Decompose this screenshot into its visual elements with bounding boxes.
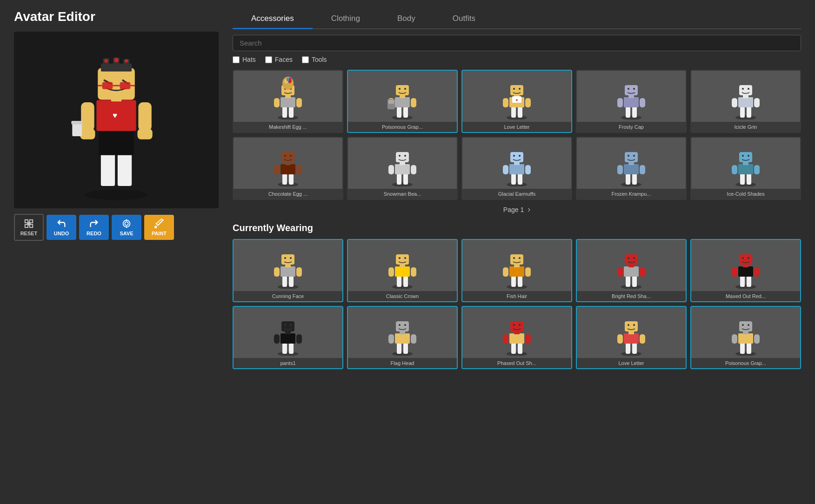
reset-button[interactable]: RESET	[14, 214, 44, 241]
svg-point-114	[399, 155, 401, 157]
svg-rect-199	[281, 333, 295, 344]
svg-point-245	[748, 324, 749, 326]
tab-body[interactable]: Body	[379, 9, 434, 29]
svg-point-64	[507, 115, 527, 119]
svg-point-214	[399, 324, 401, 326]
svg-rect-127	[626, 173, 630, 185]
wearing-item[interactable]: Cunning Face	[233, 239, 343, 302]
wearing-item[interactable]: Love Letter	[576, 306, 687, 369]
item-label: Glacial Earmuffs	[462, 189, 571, 199]
svg-rect-219	[509, 333, 524, 344]
svg-rect-167	[511, 276, 516, 287]
wearing-item[interactable]: Maxed Out Red...	[690, 239, 801, 302]
filter-hats-checkbox[interactable]	[233, 56, 240, 63]
svg-rect-218	[518, 343, 522, 354]
svg-rect-40	[289, 106, 294, 118]
search-input[interactable]	[233, 35, 801, 51]
accessory-item[interactable]: Icicle Grin	[690, 70, 801, 133]
accessory-item[interactable]: Snowman Bea...	[347, 137, 458, 200]
wearing-item[interactable]: Poisonous Grap...	[690, 306, 801, 369]
item-label: Love Letter	[462, 122, 571, 132]
svg-point-136	[735, 182, 756, 186]
svg-point-135	[633, 155, 635, 157]
item-label: Maxed Out Red...	[691, 291, 800, 301]
svg-rect-238	[747, 343, 751, 354]
svg-rect-237	[740, 343, 745, 354]
svg-point-38	[278, 115, 298, 119]
svg-rect-121	[525, 165, 531, 174]
undo-button[interactable]: UNDO	[47, 215, 76, 240]
pagination-next[interactable]: ›	[528, 205, 530, 214]
svg-rect-41	[281, 97, 295, 107]
svg-rect-188	[747, 276, 751, 287]
item-label: Frozen Krampu...	[577, 189, 686, 199]
svg-rect-137	[740, 173, 745, 185]
svg-rect-89	[738, 97, 753, 107]
svg-rect-100	[274, 165, 280, 174]
item-label: Poisonous Grap...	[348, 122, 457, 132]
save-button[interactable]: SAVE	[112, 215, 141, 240]
svg-rect-180	[617, 267, 623, 277]
wearing-item[interactable]: pants1	[233, 306, 343, 369]
accessory-item[interactable]: Chocolate Egg ...	[233, 137, 343, 200]
svg-rect-108	[403, 173, 408, 185]
svg-rect-77	[626, 106, 630, 118]
svg-rect-119	[509, 164, 524, 174]
svg-point-21	[114, 58, 118, 62]
svg-rect-171	[525, 267, 531, 277]
accessory-item[interactable]: Makeshift Egg ...	[233, 70, 343, 133]
svg-rect-220	[503, 334, 508, 344]
filter-tools-checkbox[interactable]	[302, 56, 309, 63]
svg-rect-69	[525, 98, 531, 107]
svg-rect-80	[617, 98, 623, 107]
wearing-item[interactable]: Fish Hair	[461, 239, 572, 302]
filter-hats[interactable]: Hats	[233, 56, 256, 63]
item-label: Icicle Grin	[691, 122, 800, 132]
svg-rect-221	[525, 334, 531, 344]
svg-point-206	[392, 351, 413, 356]
svg-point-96	[278, 182, 298, 186]
svg-point-0	[86, 190, 147, 200]
accessory-item[interactable]: Frosty Cap	[576, 70, 687, 133]
tab-outfits[interactable]: Outfits	[434, 9, 494, 29]
svg-rect-149	[281, 266, 295, 277]
accessory-item[interactable]: Ice-Cold Shades	[690, 137, 801, 200]
paint-button[interactable]: PAINT	[144, 215, 174, 240]
filter-faces[interactable]: Faces	[265, 56, 293, 63]
svg-text:♥: ♥	[113, 111, 117, 120]
accessory-item[interactable]: Glacial Earmuffs	[461, 137, 572, 200]
accessory-item[interactable]: Poisonous Grap...	[347, 70, 458, 133]
toolbar: RESET UNDO REDO	[14, 214, 219, 241]
svg-rect-181	[640, 267, 645, 277]
filter-tools[interactable]: Tools	[302, 56, 327, 63]
accessory-item[interactable]: ♥Love Letter	[461, 70, 572, 133]
item-label: Bright Red Sha...	[577, 291, 686, 301]
svg-rect-68	[503, 98, 508, 107]
redo-button[interactable]: REDO	[79, 215, 109, 240]
accessory-item[interactable]: Frozen Krampu...	[576, 137, 687, 200]
svg-point-115	[404, 155, 406, 157]
svg-rect-168	[518, 276, 522, 287]
tab-clothing[interactable]: Clothing	[313, 9, 379, 29]
svg-point-244	[742, 324, 744, 326]
svg-point-216	[507, 351, 527, 356]
tab-accessories[interactable]: Accessories	[233, 9, 313, 29]
svg-rect-207	[397, 343, 401, 354]
svg-rect-140	[732, 165, 737, 174]
svg-rect-9	[137, 129, 152, 139]
wearing-item[interactable]: Classic Crown	[347, 239, 458, 302]
svg-rect-6	[81, 102, 94, 131]
wearing-item[interactable]: Bright Red Sha...	[576, 239, 687, 302]
svg-rect-201	[296, 334, 302, 344]
wearing-item[interactable]: Phased Out Sh...	[461, 306, 572, 369]
svg-rect-30	[30, 225, 33, 227]
wearing-item[interactable]: Flag Head	[347, 306, 458, 369]
svg-rect-157	[397, 276, 401, 287]
svg-rect-148	[289, 276, 294, 287]
svg-point-185	[633, 257, 635, 259]
svg-rect-177	[626, 276, 630, 287]
svg-rect-129	[624, 164, 639, 174]
svg-rect-28	[25, 220, 28, 223]
pagination-label: Page 1	[503, 206, 524, 213]
filter-faces-checkbox[interactable]	[265, 56, 272, 63]
